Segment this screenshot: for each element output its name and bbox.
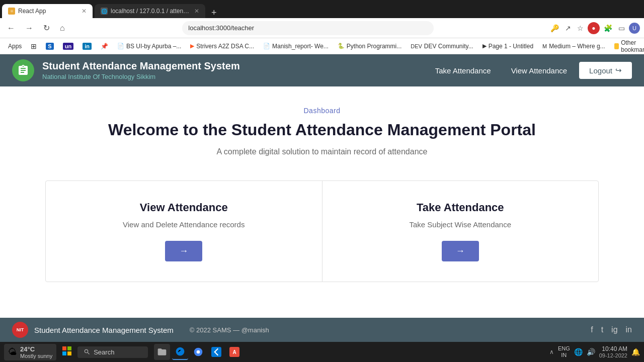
share-button[interactable]: ↗ [563,22,573,34]
bookmark-bs[interactable]: 📄 BS UI-by Apurba –... [113,42,185,51]
bookmark-label-python: Python Programmi... [347,43,401,50]
edge-icon [175,346,185,356]
sidebar-button[interactable]: ▭ [616,22,627,34]
welcome-subtitle: A complete digital solution to maintain … [10,147,634,156]
reload-button[interactable]: ↻ [40,21,53,35]
weather-icon: 🌤 [8,347,17,357]
search-icon [84,348,91,355]
bookmark-python[interactable]: 🐍 Python Programmi... [334,42,406,51]
taskbar-app-chrome[interactable] [190,344,206,360]
volume-icon[interactable]: 🔊 [587,348,595,356]
view-attendance-card-button[interactable]: → [165,241,202,261]
bookmark-label-apps: Apps [8,43,22,50]
tab-title-1: React App [18,8,78,15]
weather-temp: 24°C [20,345,52,353]
main-content: Dashboard Welcome to the Student Attenda… [0,86,644,302]
linkedin-icon[interactable]: in [626,325,632,334]
dashboard-label: Dashboard [10,107,634,115]
windows-icon [62,346,71,355]
tab-title-2: localhost / 127.0.0.1 / attendanc... [111,8,191,15]
footer-social: f t ig in [591,325,632,334]
logout-button[interactable]: Logout ↪ [579,62,632,79]
vscode-icon [211,347,221,357]
extensions-button[interactable]: 🔑 [548,22,561,34]
bookmark-medium[interactable]: M Medium – Where g... [538,42,609,51]
tab-favicon-1: ⚛ [8,8,15,15]
svg-rect-1 [67,346,71,350]
back-button[interactable]: ← [4,22,18,35]
address-text: localhost:3000/teacher [188,24,254,32]
bookmark-label-page1: Page 1 - Untitled [489,43,533,50]
notification-icon[interactable]: 🔔 [631,348,640,356]
profile-button[interactable]: ● [588,22,600,34]
tray-datetime[interactable]: 10:40 AM 09-12-2022 [599,345,627,358]
bookmark-2[interactable]: S [42,42,57,51]
footer-copyright: © 2022 SAMS — @manish [190,326,269,334]
app-logo [12,59,34,81]
home-button[interactable]: ⌂ [57,22,68,35]
bookmark-apps[interactable]: Apps [4,42,26,51]
svg-rect-6 [211,347,221,357]
tab-react-app[interactable]: ⚛ React App ✕ [2,4,93,18]
facebook-icon[interactable]: f [591,325,593,334]
svg-rect-2 [62,351,66,355]
view-attendance-nav[interactable]: View Attendance [503,62,575,79]
take-attendance-nav[interactable]: Take Attendance [427,62,499,79]
bookmark-label-manish: Manish_report- We... [272,43,329,50]
bookmark-label-medium: Medium – Where g... [549,43,605,50]
take-attendance-card-button[interactable]: → [442,241,479,261]
bookmark-5[interactable]: 📌 [97,42,112,51]
user-button[interactable]: U [629,23,640,34]
twitter-icon[interactable]: t [601,325,603,334]
app-footer: NIT Student Attendance Management System… [0,318,644,342]
weather-widget: 🌤 24°C Mostly sunny [4,344,56,360]
other-bookmarks-folder[interactable]: Other bookmarks [610,38,644,54]
view-attendance-card-title: View Attendance [76,201,292,214]
bookmark-1[interactable]: ⊞ [27,41,41,51]
bookmark-button[interactable]: ☆ [575,22,586,34]
tray-date-value: 09-12-2022 [599,352,627,358]
network-icon[interactable]: 🌐 [574,348,583,356]
tab-favicon-2: 🌐 [101,8,108,15]
taskbar-tray: ∧ ENGIN 🌐 🔊 10:40 AM 09-12-2022 🔔 [549,345,640,358]
tab-localhost[interactable]: 🌐 localhost / 127.0.0.1 / attendanc... ✕ [95,4,205,18]
tray-chevron[interactable]: ∧ [549,348,554,355]
cards-container: View Attendance View and Delete Attendan… [45,180,599,282]
footer-app-title: Student Attendance Management System [34,326,174,334]
clipboard-icon [17,64,29,76]
bookmark-page1[interactable]: ▶ Page 1 - Untitled [478,42,537,51]
address-bar[interactable]: localhost:3000/teacher [182,21,434,35]
bookmark-label-dev: DEV Community... [424,43,473,50]
language-indicator: ENGIN [558,345,570,358]
taskbar-app-edge[interactable] [172,344,188,360]
tab-close-2[interactable]: ✕ [194,8,199,15]
taskbar-app-other[interactable]: A [226,344,243,360]
take-attendance-card-title: Take Attendance [353,201,569,214]
app-subtitle: National Institute Of Technology Sikkim [42,73,427,80]
start-button[interactable] [58,344,75,360]
bookmark-3[interactable]: un [59,42,77,51]
taskbar-app-files[interactable] [154,344,170,360]
welcome-title: Welcome to the Student Attendance Manage… [10,121,634,139]
forward-button[interactable]: → [22,22,36,35]
taskbar-app-vscode[interactable] [208,344,224,360]
nav-bar: ← → ↻ ⌂ localhost:3000/teacher 🔑 ↗ ☆ ● 🧩… [0,18,644,38]
view-attendance-card-desc: View and Delete Attendance records [76,220,292,229]
bookmark-dev[interactable]: DEV DEV Community... [407,42,477,51]
svg-rect-0 [62,346,66,350]
bookmark-strivers[interactable]: ▶ Strivers A2Z DSA C... [186,42,258,51]
logout-label: Logout [589,66,612,75]
bookmarks-bar: Apps ⊞ S un in 📌 📄 BS UI-by Apurba –... … [0,38,644,54]
bookmark-manish[interactable]: 📄 Manish_report- We... [259,42,333,51]
taskbar-search[interactable]: Search [77,346,148,358]
browser-chrome: ⚛ React App ✕ 🌐 localhost / 127.0.0.1 / … [0,0,644,54]
puzzle-button[interactable]: 🧩 [602,22,614,34]
footer-logo: NIT [12,322,28,338]
new-tab-button[interactable]: + [207,8,221,18]
tab-close-1[interactable]: ✕ [82,8,87,15]
taskbar-apps: A [154,344,243,360]
bookmark-4[interactable]: in [78,42,96,51]
chrome-icon [193,347,203,357]
instagram-icon[interactable]: ig [611,325,617,334]
weather-info: 24°C Mostly sunny [20,345,52,359]
